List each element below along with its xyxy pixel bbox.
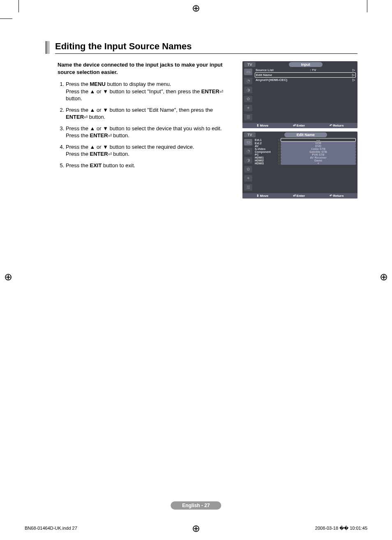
- return-icon: ↶: [330, 194, 332, 198]
- osd-icon-setup-icon: ✿: [244, 166, 252, 173]
- crop-mark: [367, 0, 367, 12]
- edit-row-pc: PC:PVR STB: [255, 153, 356, 156]
- edit-row-av: AV:DVD: [255, 145, 356, 148]
- updown-icon: ⇕: [256, 124, 259, 127]
- edit-row-ext2: Ext.2:VCR: [255, 142, 356, 145]
- osd-icon-channel-icon: ◑: [244, 157, 252, 164]
- triangle-right-icon: ▷: [353, 78, 355, 82]
- osd-icon-input-icon: ✦: [244, 175, 252, 182]
- intro-text: Name the device connected to the input j…: [58, 61, 234, 76]
- osd-footer: ⇕Move ⏎Enter ↶Return: [242, 193, 357, 198]
- osd-icon-list-icon: ☰: [244, 114, 252, 120]
- indd-timestamp: 2008-03-18 �� 10:01:45: [315, 526, 367, 531]
- indd-filename: BN68-01464D-UK.indd 27: [25, 526, 77, 531]
- osd-tv-badge: TV: [244, 62, 256, 67]
- edit-row-hdmi2: HDMI2:Game: [255, 159, 356, 162]
- enter-icon: ⏎: [84, 115, 88, 120]
- enter-icon: ⏎: [108, 134, 112, 138]
- edit-row-ext1: Ext.1:----: [255, 138, 356, 142]
- osd-row-edit-name: Edit Name ▷: [255, 72, 356, 78]
- osd-input-menu: TV Input ▭ ◔ ◑ ✿ ✦ ☰ Source List: [242, 61, 357, 128]
- osd-icon-picture-icon: ▭: [244, 69, 252, 75]
- registration-mark-icon: ⊕: [190, 2, 202, 14]
- edit-row-component: Component:Satellite STB: [255, 150, 356, 153]
- step-4: Press the ▲ or ▼ button to select the re…: [66, 143, 234, 158]
- osd-title: Edit Name: [284, 132, 327, 137]
- osd-icon-setup-icon: ✿: [244, 96, 252, 102]
- registration-mark-icon: ⊕: [2, 271, 14, 283]
- updown-icon: ⇕: [256, 194, 259, 198]
- enter-icon: ⏎: [293, 194, 296, 198]
- page-number-pill: English - 27: [171, 501, 221, 510]
- crop-mark: [0, 18, 12, 19]
- triangle-right-icon: ▷: [353, 68, 355, 72]
- indesign-footer: BN68-01464D-UK.indd 27 2008-03-18 �� 10:…: [25, 526, 367, 531]
- step-3: Press the ▲ or ▼ button to select the de…: [66, 125, 234, 139]
- enter-icon: ⏎: [293, 124, 296, 127]
- osd-icon-list-icon: ☰: [244, 184, 252, 191]
- triangle-right-icon: ▷: [352, 73, 355, 77]
- enter-icon: ⏎: [219, 89, 223, 94]
- osd-title: Input: [289, 62, 323, 67]
- osd-footer: ⇕Move ⏎Enter ↶Return: [242, 123, 357, 128]
- down-arrow-icon: ▼: [281, 162, 356, 165]
- osd-icon-channel-icon: ◑: [244, 87, 252, 93]
- section-header: Editing the Input Source Names: [45, 41, 357, 54]
- osd-icon-sound-icon: ◔: [244, 148, 252, 155]
- crop-mark: [18, 0, 19, 12]
- osd-row-anynet: Anynet+(HDMI-CEC) ▷: [255, 78, 356, 82]
- step-5: Press the EXIT button to exit.: [66, 162, 234, 169]
- osd-icon-picture-icon: ▭: [244, 139, 252, 145]
- instruction-list: Press the MENU button to display the men…: [58, 81, 234, 169]
- osd-tv-badge: TV: [244, 132, 256, 137]
- step-1: Press the MENU button to display the men…: [66, 81, 234, 102]
- page-title: Editing the Input Source Names: [55, 41, 357, 52]
- enter-icon: ⏎: [108, 152, 112, 157]
- edit-row-svideo: S-Video:Cable STB: [255, 148, 356, 150]
- osd-icon-input-icon: ✦: [244, 105, 252, 111]
- edit-row-hdmi3: HDMI3:▼: [255, 162, 356, 165]
- return-icon: ↶: [330, 124, 332, 127]
- step-2: Press the ▲ or ▼ button to select "Edit …: [66, 106, 234, 121]
- osd-edit-name-menu: TV Edit Name ▭ ◔ ◑ ✿ ✦ ☰ Ext.1:---- Ext.…: [242, 132, 357, 198]
- registration-mark-icon: ⊕: [378, 271, 390, 283]
- osd-icon-sound-icon: ◔: [244, 78, 252, 84]
- osd-row-source-list: Source List : TV ▷: [255, 68, 356, 72]
- edit-row-hdmi1: HDMI1:AV Receiver: [255, 156, 356, 159]
